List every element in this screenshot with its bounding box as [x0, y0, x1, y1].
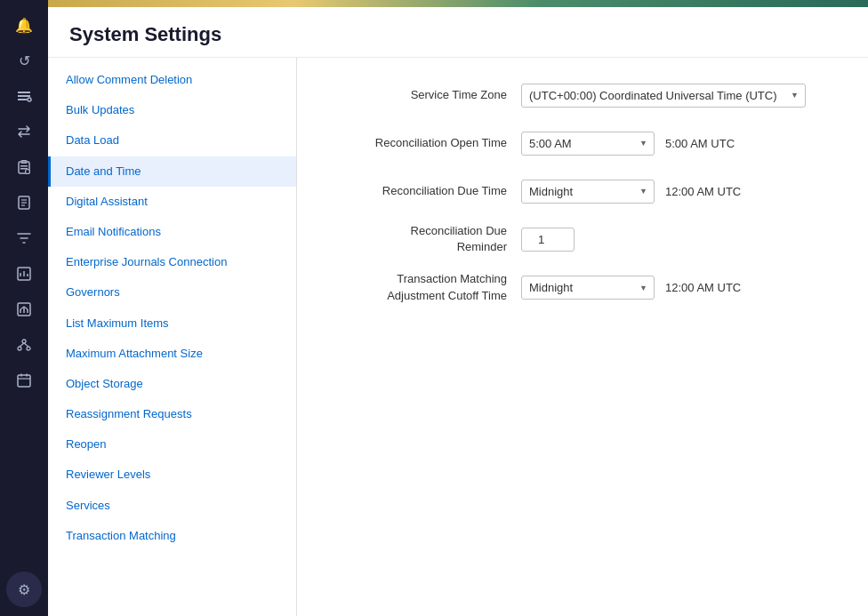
refresh-icon[interactable]: ↺ [8, 44, 40, 76]
svg-rect-2 [18, 99, 27, 100]
reconciliation-due-reminder-input[interactable] [521, 228, 575, 252]
nav-services[interactable]: Services [48, 491, 296, 521]
service-time-zone-wrapper: (UTC+00:00) Coordinated Universal Time (… [521, 84, 806, 108]
reconciliation-due-reminder-row: Reconciliation Due Reminder [326, 223, 840, 255]
transaction-matching-label: Transaction Matching Adjustment Cutoff T… [326, 271, 521, 303]
transaction-matching-utc: 12:00 AM UTC [665, 281, 741, 294]
reconciliation-due-time-control: Midnight 1:00 AM 5:00 AM 12:00 AM UTC [521, 180, 741, 204]
service-time-zone-select[interactable]: (UTC+00:00) Coordinated Universal Time (… [521, 84, 806, 108]
nav-digital-assistant[interactable]: Digital Assistant [48, 187, 296, 217]
page-title-bar: System Settings [48, 7, 868, 58]
nav-object-storage[interactable]: Object Storage [48, 369, 296, 399]
calendar-icon[interactable] [8, 364, 40, 396]
service-time-zone-row: Service Time Zone (UTC+00:00) Coordinate… [326, 79, 840, 111]
nav-maximum-attachment-size[interactable]: Maximum Attachment Size [48, 339, 296, 369]
page-container: System Settings Allow Comment Deletion B… [48, 7, 868, 616]
transaction-matching-wrapper: Midnight 1:00 AM 5:00 AM [521, 276, 655, 300]
report-icon[interactable] [8, 258, 40, 290]
clipboard-settings-icon[interactable] [8, 151, 40, 183]
reconciliation-open-time-utc: 5:00 AM UTC [665, 137, 735, 150]
nav-list-maximum-items[interactable]: List Maximum Items [48, 308, 296, 339]
nav-transaction-matching[interactable]: Transaction Matching [48, 521, 296, 551]
top-decorative-bar [48, 0, 868, 7]
reconciliation-due-reminder-label: Reconciliation Due Reminder [326, 223, 521, 255]
svg-rect-1 [18, 95, 30, 97]
nav-email-notifications[interactable]: Email Notifications [48, 217, 296, 247]
nav-governors[interactable]: Governors [48, 277, 296, 308]
reconciliation-open-time-row: Reconciliation Open Time 5:00 AM Midnigh… [326, 127, 840, 159]
reconciliation-open-time-control: 5:00 AM Midnight 1:00 AM 5:00 AM UTC [521, 132, 735, 156]
nav-data-load[interactable]: Data Load [48, 125, 296, 156]
page-title: System Settings [69, 23, 847, 46]
gear-icon[interactable]: ⚙ [6, 572, 42, 607]
reconciliation-due-time-row: Reconciliation Due Time Midnight 1:00 AM… [326, 175, 840, 207]
reconciliation-open-time-wrapper: 5:00 AM Midnight 1:00 AM [521, 132, 655, 156]
nav-allow-comment-deletion[interactable]: Allow Comment Deletion [48, 65, 296, 95]
svg-rect-0 [18, 92, 30, 93]
svg-rect-26 [18, 375, 30, 387]
list-settings-icon[interactable] [8, 80, 40, 112]
svg-rect-6 [20, 165, 28, 167]
bell-icon[interactable]: 🔔 [8, 9, 40, 41]
svg-point-8 [26, 170, 30, 174]
arrow-exchange-icon[interactable] [8, 116, 40, 148]
sidebar: 🔔 ↺ [0, 0, 48, 616]
nav-reopen[interactable]: Reopen [48, 429, 296, 460]
document-icon[interactable] [8, 187, 40, 219]
nav-enterprise-journals-connection[interactable]: Enterprise Journals Connection [48, 247, 296, 277]
transaction-matching-control: Midnight 1:00 AM 5:00 AM 12:00 AM UTC [521, 276, 741, 300]
reconciliation-due-reminder-control [521, 228, 575, 252]
svg-line-24 [20, 343, 24, 347]
service-time-zone-control: (UTC+00:00) Coordinated Universal Time (… [521, 84, 806, 108]
transaction-matching-row: Transaction Matching Adjustment Cutoff T… [326, 271, 840, 303]
svg-point-3 [28, 98, 31, 101]
reconciliation-open-time-label: Reconciliation Open Time [326, 135, 521, 151]
form-area: Service Time Zone (UTC+00:00) Coordinate… [297, 58, 868, 616]
filter-icon[interactable] [8, 222, 40, 254]
svg-point-21 [22, 340, 26, 343]
reconciliation-due-time-select[interactable]: Midnight 1:00 AM 5:00 AM [521, 180, 655, 204]
nav-reviewer-levels[interactable]: Reviewer Levels [48, 460, 296, 490]
nav-bulk-updates[interactable]: Bulk Updates [48, 95, 296, 125]
report2-icon[interactable] [8, 293, 40, 325]
transaction-matching-select[interactable]: Midnight 1:00 AM 5:00 AM [521, 276, 655, 300]
left-nav: Allow Comment Deletion Bulk Updates Data… [48, 58, 297, 616]
nav-date-and-time[interactable]: Date and Time [48, 156, 296, 187]
nav-reassignment-requests[interactable]: Reassignment Requests [48, 399, 296, 429]
reconciliation-due-time-label: Reconciliation Due Time [326, 183, 521, 199]
content-area: Allow Comment Deletion Bulk Updates Data… [48, 58, 868, 616]
svg-point-23 [27, 347, 30, 350]
reconciliation-open-time-select[interactable]: 5:00 AM Midnight 1:00 AM [521, 132, 655, 156]
network-icon[interactable] [8, 329, 40, 361]
main-content: System Settings Allow Comment Deletion B… [48, 0, 868, 616]
svg-point-22 [18, 347, 21, 350]
reconciliation-due-time-wrapper: Midnight 1:00 AM 5:00 AM [521, 180, 655, 204]
svg-line-25 [24, 343, 28, 347]
service-time-zone-label: Service Time Zone [326, 87, 521, 103]
reconciliation-due-time-utc: 12:00 AM UTC [665, 185, 741, 198]
